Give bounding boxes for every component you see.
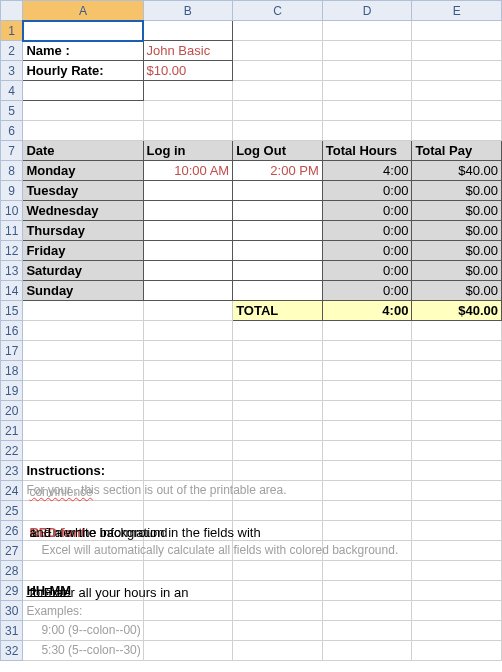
cell-A4[interactable]	[23, 81, 143, 101]
cell-C16[interactable]	[233, 321, 323, 341]
row-header-19[interactable]: 19	[1, 381, 23, 401]
cell-C19[interactable]	[233, 381, 323, 401]
cell-A16[interactable]	[23, 321, 143, 341]
cell-E26[interactable]	[412, 521, 502, 541]
cell-D26[interactable]	[322, 521, 412, 541]
cell-C3[interactable]	[233, 61, 323, 81]
cell-D18[interactable]	[322, 361, 412, 381]
cell-D32[interactable]	[322, 641, 412, 661]
cell-C1[interactable]	[233, 21, 323, 41]
row-header-3[interactable]: 3	[1, 61, 23, 81]
row-header-21[interactable]: 21	[1, 421, 23, 441]
cell-C6[interactable]	[233, 121, 323, 141]
row-header-22[interactable]: 22	[1, 441, 23, 461]
day-logout-1[interactable]	[233, 181, 323, 201]
cell-D6[interactable]	[322, 121, 412, 141]
day-pay-2[interactable]: $0.00	[412, 201, 502, 221]
day-hours-6[interactable]: 0:00	[322, 281, 412, 301]
cell-C30[interactable]	[233, 601, 323, 621]
cell-A20[interactable]	[23, 401, 143, 421]
cell-E17[interactable]	[412, 341, 502, 361]
name-value[interactable]: John Basic	[143, 41, 233, 61]
cell-E4[interactable]	[412, 81, 502, 101]
cell-D24[interactable]	[322, 481, 412, 501]
row-header-28[interactable]: 28	[1, 561, 23, 581]
row-header-14[interactable]: 14	[1, 281, 23, 301]
cell-C5[interactable]	[233, 101, 323, 121]
day-pay-5[interactable]: $0.00	[412, 261, 502, 281]
cell-C4[interactable]	[233, 81, 323, 101]
cell-C28[interactable]	[233, 561, 323, 581]
day-logout-2[interactable]	[233, 201, 323, 221]
hdr-login[interactable]: Log in	[143, 141, 233, 161]
cell-E22[interactable]	[412, 441, 502, 461]
cell-B6[interactable]	[143, 121, 233, 141]
cell-B5[interactable]	[143, 101, 233, 121]
row-header-17[interactable]: 17	[1, 341, 23, 361]
day-login-4[interactable]	[143, 241, 233, 261]
cell-E5[interactable]	[412, 101, 502, 121]
row-header-4[interactable]: 4	[1, 81, 23, 101]
cell-A5[interactable]	[23, 101, 143, 121]
day-name-0[interactable]: Monday	[23, 161, 143, 181]
day-logout-6[interactable]	[233, 281, 323, 301]
row-header-29[interactable]: 29	[1, 581, 23, 601]
cell-A22[interactable]	[23, 441, 143, 461]
select-all-corner[interactable]	[1, 1, 23, 21]
row-header-9[interactable]: 9	[1, 181, 23, 201]
cell-B31[interactable]	[143, 621, 233, 641]
examples-label[interactable]: Examples:	[23, 601, 143, 621]
cell-C17[interactable]	[233, 341, 323, 361]
cell-A15[interactable]	[23, 301, 143, 321]
cell-B4[interactable]	[143, 81, 233, 101]
day-hours-0[interactable]: 4:00	[322, 161, 412, 181]
row-header-23[interactable]: 23	[1, 461, 23, 481]
cell-A6[interactable]	[23, 121, 143, 141]
cell-C23[interactable]	[233, 461, 323, 481]
rate-value[interactable]: $10.00	[143, 61, 233, 81]
example-1[interactable]: 9:00 (9--colon--00)	[23, 621, 143, 641]
cell-C20[interactable]	[233, 401, 323, 421]
cell-C2[interactable]	[233, 41, 323, 61]
cell-A19[interactable]	[23, 381, 143, 401]
row-header-27[interactable]: 27	[1, 541, 23, 561]
day-login-1[interactable]	[143, 181, 233, 201]
cell-E3[interactable]	[412, 61, 502, 81]
rate-label[interactable]: Hourly Rate:	[23, 61, 143, 81]
day-login-6[interactable]	[143, 281, 233, 301]
day-logout-3[interactable]	[233, 221, 323, 241]
cell-D30[interactable]	[322, 601, 412, 621]
day-hours-1[interactable]: 0:00	[322, 181, 412, 201]
instruction-1[interactable]: 1. Enter the information in the fields w…	[23, 521, 143, 541]
day-login-3[interactable]	[143, 221, 233, 241]
cell-D1[interactable]	[322, 21, 412, 41]
day-hours-5[interactable]: 0:00	[322, 261, 412, 281]
instruction-1-sub[interactable]: Excel will automatically calculate all f…	[23, 541, 143, 561]
row-header-11[interactable]: 11	[1, 221, 23, 241]
cell-E29[interactable]	[412, 581, 502, 601]
day-login-2[interactable]	[143, 201, 233, 221]
cell-B19[interactable]	[143, 381, 233, 401]
day-hours-4[interactable]: 0:00	[322, 241, 412, 261]
day-name-1[interactable]: Tuesday	[23, 181, 143, 201]
row-header-12[interactable]: 12	[1, 241, 23, 261]
day-logout-4[interactable]	[233, 241, 323, 261]
row-header-30[interactable]: 30	[1, 601, 23, 621]
cell-E20[interactable]	[412, 401, 502, 421]
cell-E2[interactable]	[412, 41, 502, 61]
cell-D17[interactable]	[322, 341, 412, 361]
cell-E6[interactable]	[412, 121, 502, 141]
col-header-E[interactable]: E	[412, 1, 502, 21]
cell-B25[interactable]	[143, 501, 233, 521]
day-pay-0[interactable]: $40.00	[412, 161, 502, 181]
cell-E31[interactable]	[412, 621, 502, 641]
day-logout-5[interactable]	[233, 261, 323, 281]
instruction-2[interactable]: 2. Enter all your hours in an HH:MM form…	[23, 581, 143, 601]
cell-D19[interactable]	[322, 381, 412, 401]
hdr-date[interactable]: Date	[23, 141, 143, 161]
spreadsheet-grid[interactable]: A B C D E 1 2 Name : John Basic 3 Hourly…	[0, 0, 502, 661]
cell-E16[interactable]	[412, 321, 502, 341]
cell-B23[interactable]	[143, 461, 233, 481]
cell-E24[interactable]	[412, 481, 502, 501]
cell-A18[interactable]	[23, 361, 143, 381]
